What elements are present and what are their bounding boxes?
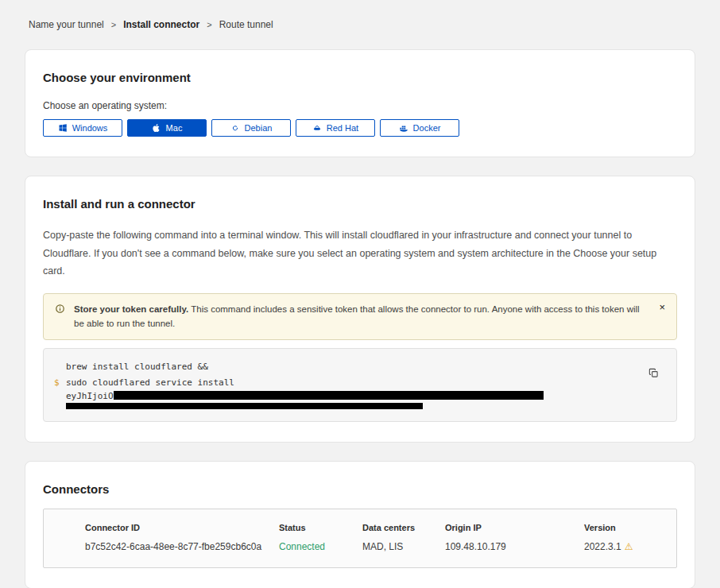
data-centers-value: MAD, LIS (362, 541, 445, 552)
install-connector-title: Install and run a connector (43, 197, 677, 211)
os-button-label: Docker (413, 123, 441, 133)
os-button-mac[interactable]: Mac (127, 119, 207, 137)
origin-ip-value: 109.48.10.179 (445, 541, 584, 552)
breadcrumb-install-connector[interactable]: Install connector (123, 19, 199, 30)
connectors-table: Connector ID Status Data centers Origin … (43, 509, 677, 568)
debian-icon (230, 123, 240, 133)
os-button-label: Debian (245, 123, 273, 133)
token-warning-text: Store your token carefully. This command… (74, 302, 641, 332)
os-button-label: Windows (72, 123, 108, 133)
install-connector-card: Install and run a connector Copy-paste t… (25, 176, 695, 443)
table-row: b7c52c42-6caa-48ee-8c77-fbe259cb6c0a Con… (85, 541, 668, 552)
install-instructions: Copy-paste the following command into a … (43, 226, 677, 280)
connectors-card: Connectors Connector ID Status Data cent… (25, 461, 695, 588)
environment-card-title: Choose your environment (43, 71, 677, 84)
breadcrumb-separator: > (207, 20, 211, 29)
os-button-label: Red Hat (327, 123, 358, 133)
redacted-token-bar (66, 403, 423, 409)
column-header-connector-id: Connector ID (85, 523, 279, 541)
column-header-data-centers: Data centers (362, 523, 445, 541)
column-header-origin-ip: Origin IP (445, 523, 584, 541)
redhat-icon (312, 123, 322, 133)
table-header-row: Connector ID Status Data centers Origin … (85, 523, 668, 541)
tunnel-setup-page: Name your tunnel > Install connector > R… (0, 0, 720, 588)
redacted-token-bar (114, 391, 544, 400)
close-icon[interactable]: × (659, 302, 665, 312)
copy-icon (648, 368, 659, 378)
os-select-label: Choose an operating system: (43, 100, 677, 111)
version-warning-icon: ⚠ (625, 541, 633, 552)
apple-icon (152, 123, 161, 133)
connectors-title: Connectors (43, 482, 677, 496)
token-warning-title: Store your token carefully. (74, 304, 188, 314)
windows-icon (58, 123, 68, 133)
command-line-1: brew install cloudflared && (54, 359, 635, 375)
connector-id-value: b7c52c42-6caa-48ee-8c77-fbe259cb6c0a (85, 541, 279, 552)
breadcrumb-separator: > (111, 20, 116, 29)
shell-prompt: $ (54, 375, 66, 391)
status-badge: Connected (279, 541, 362, 552)
column-header-status: Status (279, 523, 362, 541)
column-header-version: Version (584, 523, 668, 541)
command-line-token: eyJhIjoiO (54, 391, 635, 401)
version-value: 2022.3.1 ⚠ (584, 541, 668, 552)
breadcrumb-name-your-tunnel[interactable]: Name your tunnel (29, 19, 104, 30)
docker-icon (399, 123, 408, 133)
os-button-label: Mac (166, 123, 183, 133)
os-button-group: Windows Mac Debian Red Hat Docker (43, 119, 677, 137)
command-text: brew install cloudflared && (66, 359, 208, 375)
os-button-redhat[interactable]: Red Hat (296, 119, 375, 137)
command-line-2: $ sudo cloudflared service install (54, 375, 635, 391)
token-warning-banner: Store your token carefully. This command… (43, 293, 677, 341)
install-command-codeblock: brew install cloudflared && $ sudo cloud… (43, 348, 677, 422)
os-button-windows[interactable]: Windows (43, 119, 122, 137)
environment-card: Choose your environment Choose an operat… (25, 49, 695, 157)
command-text: sudo cloudflared service install (66, 375, 234, 391)
os-button-docker[interactable]: Docker (380, 119, 459, 137)
info-icon (55, 304, 65, 314)
breadcrumb: Name your tunnel > Install connector > R… (29, 19, 695, 30)
copy-command-button[interactable] (647, 366, 660, 380)
os-button-debian[interactable]: Debian (211, 119, 291, 137)
breadcrumb-route-tunnel[interactable]: Route tunnel (219, 19, 273, 30)
token-prefix: eyJhIjoiO (66, 391, 114, 401)
